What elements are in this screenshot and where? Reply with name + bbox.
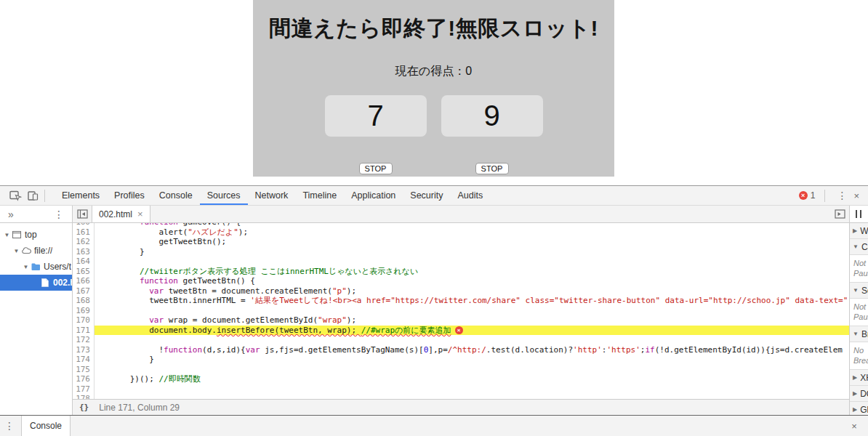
tab-elements[interactable]: Elements [55, 186, 107, 205]
tree-item-users-t[interactable]: ▼Users/t [0, 259, 72, 275]
code-token: ! [101, 345, 164, 355]
code-token: js,fjs=d.getElementsByTagName(s)[ [260, 345, 424, 355]
tree-item-002-html[interactable]: 002.html [0, 275, 72, 291]
slot-game-page: 間違えたら即終了!無限スロット! 現在の得点：0 7STOP9STOP [253, 0, 614, 177]
section-global-listeners[interactable]: ▶Global Listeners [850, 402, 868, 415]
tab-profiles[interactable]: Profiles [107, 186, 152, 205]
tab-audits[interactable]: Audits [450, 186, 490, 205]
triangle-right-icon: ▶ [853, 390, 857, 397]
expand-arrow-icon[interactable]: ▼ [22, 264, 30, 270]
more-menu-icon[interactable]: ⋮ [837, 190, 847, 201]
inspect-icon[interactable] [7, 186, 24, 205]
devtools-panel: ElementsProfilesConsoleSourcesNetworkTim… [0, 185, 868, 436]
line-number-gutter[interactable]: 1601611621631641651661671681691701711721… [73, 223, 95, 399]
stop-button-1[interactable]: STOP [359, 163, 393, 174]
tab-timeline[interactable]: Timeline [295, 186, 344, 205]
game-title: 間違えたら即終了!無限スロット! [253, 0, 614, 41]
drawer-tab-label: Console [30, 421, 62, 431]
code-line[interactable]: function getTweetBtn() { [101, 276, 849, 286]
line-number[interactable]: 167 [73, 286, 90, 296]
drawer-tab-console[interactable]: Console [21, 416, 71, 436]
line-number[interactable]: 166 [73, 276, 90, 286]
line-number[interactable]: 177 [73, 384, 90, 395]
line-number[interactable]: 172 [73, 335, 90, 345]
code-line[interactable] [101, 365, 849, 375]
tab-network[interactable]: Network [248, 186, 296, 205]
line-number[interactable]: 168 [73, 296, 90, 306]
device-toolbar-icon[interactable] [24, 186, 41, 205]
section-scope[interactable]: ▼Scope [850, 283, 868, 299]
section-label: Global Listeners [860, 405, 868, 415]
close-devtools-icon[interactable]: × [853, 190, 859, 201]
code-line[interactable]: } [101, 247, 849, 257]
code-token: tweetBtn = document.createElement( [164, 286, 332, 296]
debugger-sections: ▶Watch▼Call StackNot Paused▼ScopeNot Pau… [850, 223, 868, 415]
code-lines[interactable]: function gameOver() { alert("ハズレだよ"); ge… [95, 223, 849, 399]
folder-icon [30, 262, 41, 272]
code-line[interactable]: var wrap = document.getElementById("wrap… [101, 315, 849, 326]
code-line[interactable]: tweetBtn.innerHTML = '結果をTweetしてね!<br><a… [101, 296, 849, 306]
toggle-debugger-icon[interactable] [830, 206, 849, 222]
line-number[interactable]: 178 [73, 394, 90, 399]
section-dom-breakpoints[interactable]: ▶DOM Breakpoints [850, 386, 868, 402]
line-number[interactable]: 161 [73, 227, 90, 238]
line-number[interactable]: 160 [73, 223, 90, 227]
line-number[interactable]: 165 [73, 267, 90, 277]
section-label: Scope [861, 286, 868, 296]
code-line[interactable]: } [101, 355, 849, 365]
tab-sources[interactable]: Sources [200, 186, 248, 205]
line-number[interactable]: 173 [73, 345, 90, 355]
triangle-down-icon: ▼ [853, 287, 859, 294]
line-number[interactable]: 171 [73, 326, 90, 336]
section-watch[interactable]: ▶Watch [850, 223, 868, 239]
code-token: //即時関数 [158, 374, 200, 384]
section-call-stack[interactable]: ▼Call Stack [850, 239, 868, 255]
code-line[interactable] [101, 257, 849, 267]
code-line[interactable] [101, 335, 849, 345]
expand-arrow-icon[interactable]: ▼ [3, 232, 11, 238]
section-breakpoints[interactable]: ▼Breakpoints [850, 326, 868, 342]
code-line[interactable] [101, 384, 849, 395]
toggle-navigator-icon[interactable] [73, 206, 92, 222]
drawer-menu-icon[interactable]: ⋮ [0, 416, 19, 436]
line-number[interactable]: 174 [73, 355, 90, 365]
code-line[interactable]: alert("ハズレだよ"); [101, 227, 849, 238]
pause-icon[interactable] [856, 210, 861, 218]
highlighted-code-line[interactable]: document.body.insertBefore(tweetBtn, wra… [95, 326, 849, 336]
tab-security[interactable]: Security [403, 186, 450, 205]
code-line[interactable]: getTweetBtn(); [101, 237, 849, 247]
pretty-print-button[interactable]: {} [79, 403, 89, 412]
more-tabs-chevrons-icon[interactable]: » [8, 209, 14, 220]
cloud-icon [20, 246, 32, 256]
code-line[interactable]: })(); //即時関数 [101, 374, 849, 384]
tab-application[interactable]: Application [344, 186, 403, 205]
code-line[interactable] [101, 394, 849, 399]
stop-button-2[interactable]: STOP [475, 163, 509, 174]
line-number[interactable]: 162 [73, 237, 90, 247]
code-line[interactable]: var tweetBtn = document.createElement("p… [101, 286, 849, 296]
line-number[interactable]: 175 [73, 365, 90, 375]
line-number[interactable]: 164 [73, 257, 90, 267]
navigator-menu-icon[interactable]: ⋮ [54, 209, 64, 220]
code-token: //twiiterボタン表示する処理 ここはinnerHTMLじゃないと表示され… [140, 267, 418, 276]
code-line[interactable] [101, 306, 849, 316]
expand-arrow-icon[interactable]: ▼ [12, 248, 20, 254]
editor-tab-002-html[interactable]: 002.html × [92, 206, 150, 222]
tree-item-file[interactable]: ▼file:// [0, 243, 72, 259]
tree-item-top[interactable]: ▼top [0, 227, 72, 243]
tab-console[interactable]: Console [152, 186, 200, 205]
line-number[interactable]: 176 [73, 374, 90, 384]
line-number[interactable]: 163 [73, 247, 90, 257]
code-token: if [645, 345, 654, 355]
line-number[interactable]: 169 [73, 306, 90, 316]
devtools-toolbar: ElementsProfilesConsoleSourcesNetworkTim… [0, 186, 868, 206]
line-number[interactable]: 170 [73, 315, 90, 326]
code-token: function [164, 345, 202, 355]
close-tab-icon[interactable]: × [137, 209, 143, 219]
close-drawer-icon[interactable]: × [840, 416, 868, 436]
code-line[interactable]: //twiiterボタン表示する処理 ここはinnerHTMLじゃないと表示され… [101, 267, 849, 277]
code-line[interactable]: !function(d,s,id){var js,fjs=d.getElemen… [101, 345, 849, 355]
error-count-badge[interactable]: × 1 [799, 190, 816, 201]
navigator-header: » ⋮ [0, 206, 72, 223]
section-xhr-breakpoints[interactable]: ▶XHR Breakpoints [850, 370, 868, 386]
